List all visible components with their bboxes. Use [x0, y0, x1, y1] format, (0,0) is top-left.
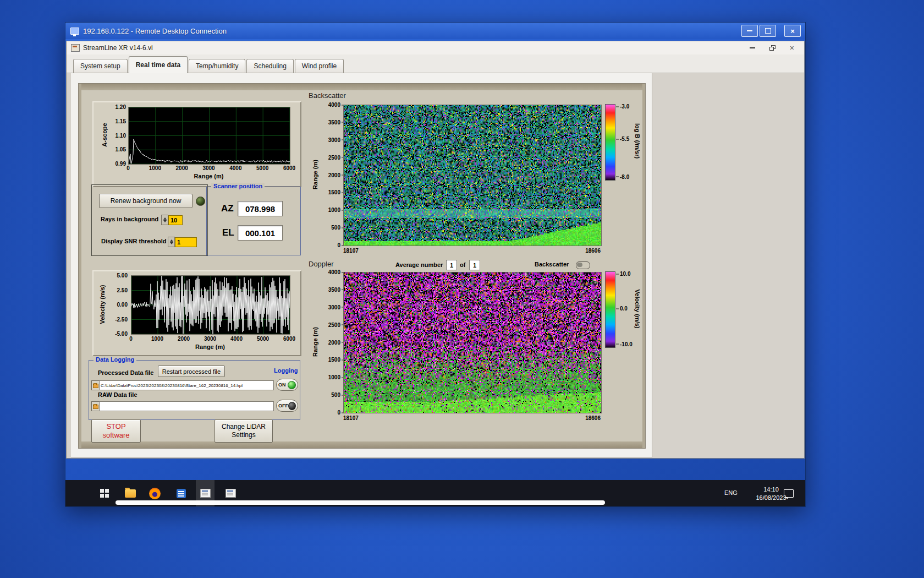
backscatter-toggle[interactable] [576, 261, 590, 269]
tick-label: 500 [331, 225, 340, 231]
led-off-icon [288, 402, 296, 410]
toggle-knob [577, 263, 582, 267]
app-close-icon[interactable]: × [790, 44, 794, 52]
app-restore-icon[interactable] [769, 45, 776, 51]
led-on-icon [288, 381, 296, 389]
tick-label: 0 [127, 165, 130, 171]
tick-label: 4000 [328, 102, 340, 108]
blue-app-icon [177, 489, 186, 498]
velocity-axis-label: Velocity (m/s) [99, 285, 106, 324]
rays-value-field[interactable]: 10 [168, 215, 183, 225]
raw-path-field[interactable] [99, 401, 274, 411]
logging-on-switch[interactable]: ON [276, 379, 298, 391]
decrement-icon[interactable] [170, 242, 173, 244]
increment-icon[interactable] [163, 217, 167, 220]
change-line2: Settings [232, 431, 255, 439]
tick-label: 0 [129, 336, 133, 342]
el-value-field[interactable]: 000.101 [238, 225, 283, 241]
tab-wind-profile[interactable]: Wind profile [295, 59, 344, 73]
tab-real-time-data[interactable]: Real time data [129, 56, 188, 73]
doppler-x-end: 18606 [585, 415, 601, 421]
tick-label: -2.50 [115, 316, 128, 322]
average-number-field[interactable]: 1 [446, 260, 457, 270]
doppler-y-ticks: 40003500300025002000150010005000 [321, 272, 342, 412]
change-lidar-settings-button[interactable]: Change LiDAR Settings [215, 419, 273, 443]
tab-scheduling[interactable]: Scheduling [246, 59, 293, 73]
backscatter-x-end: 18606 [585, 248, 601, 254]
colorbar-tick-label: 0.0 [620, 306, 628, 312]
restart-processed-file-button[interactable]: Restart processed file [158, 366, 225, 377]
az-value-field[interactable]: 078.998 [238, 201, 283, 216]
backscatter-y-ticks: 40003500300025002000150010005000 [321, 105, 342, 245]
tick-label: 4000 [328, 269, 340, 275]
app-minimize-icon[interactable] [750, 47, 755, 48]
ascope-y-ticks: 1.201.151.101.050.99 [109, 107, 127, 163]
action-center-button[interactable] [780, 480, 797, 506]
front-panel: A-scope 1.201.151.101.050.99 01000200030… [71, 73, 652, 458]
doppler-heatmap-canvas [344, 272, 601, 413]
tick-label: 2000 [328, 172, 340, 178]
language-indicator[interactable]: ENG [724, 489, 738, 496]
tick-label: 5.00 [117, 272, 128, 279]
raw-path-browse-button[interactable] [91, 401, 100, 411]
rdp-minimize-button[interactable] [741, 25, 758, 37]
horizontal-scrollbar-thumb[interactable] [116, 500, 605, 505]
tick-label: 6000 [283, 336, 295, 342]
remote-desktop-icon [70, 28, 79, 35]
app-titlebar[interactable]: StreamLine XR v14-6.vi × [67, 41, 804, 55]
doppler-y-axis-label: Range (m) [312, 327, 318, 357]
tick-label: 3000 [204, 336, 216, 342]
tick-label: 1000 [151, 336, 163, 342]
raw-data-file-label: RAW Data file [98, 391, 138, 398]
processed-path-field[interactable]: C:\Lidar\Data\Proc\2023\202308\20230816\… [99, 380, 274, 390]
ascope-plot [128, 107, 290, 165]
tick-label: 1500 [328, 189, 340, 195]
renew-background-button[interactable]: Renew background now [99, 194, 193, 208]
decrement-icon[interactable] [163, 220, 167, 222]
scanner-position-title: Scanner position [211, 183, 265, 189]
snr-spinner[interactable] [168, 237, 175, 247]
tick-label: 1000 [149, 165, 161, 171]
backscatter-heatmap [343, 105, 602, 246]
tick-label: 0 [337, 410, 340, 416]
tick-label: 2000 [178, 336, 190, 342]
scan-scheduler-icon [200, 489, 211, 498]
tick-label: 4000 [230, 336, 243, 342]
snr-value-field[interactable]: 1 [175, 237, 197, 247]
firefox-icon [149, 488, 161, 499]
rays-spinner[interactable] [161, 215, 168, 225]
doppler-heatmap [343, 272, 602, 413]
logging-off-switch[interactable]: OFF [276, 400, 298, 412]
tab-temp-humidity[interactable]: Temp/humidity [189, 59, 245, 73]
processed-data-file-label: Processed Data file [98, 369, 154, 376]
close-icon: × [790, 28, 795, 35]
tick-label: 1000 [328, 207, 340, 213]
backscatter-y-axis-label: Range (m) [312, 160, 318, 189]
stop-line1: STOP [106, 422, 125, 431]
increment-icon[interactable] [170, 239, 173, 242]
tick-label: 0 [337, 242, 340, 248]
start-button[interactable] [96, 480, 113, 506]
rdp-titlebar[interactable]: 192.168.0.122 - Remote Desktop Connectio… [65, 23, 805, 39]
average-count-field[interactable]: 1 [469, 260, 480, 270]
stop-software-button[interactable]: STOP software [91, 419, 141, 443]
velocity-graph: Velocity (m/s) 5.002.500.00-2.50-5.00 01… [92, 270, 301, 356]
doppler-x-axis: 18107 18606 [343, 415, 601, 422]
stop-line2: software [102, 431, 129, 440]
average-number-label: Average number [395, 261, 443, 268]
scanner-position-group: Scanner position AZ 078.998 EL 000.101 [206, 187, 301, 255]
backscatter-heatmap-canvas [344, 105, 601, 246]
doppler-colorbar-label: Velocity (m/s) [634, 290, 641, 329]
processed-path-browse-button[interactable] [91, 380, 100, 390]
streamline-window: StreamLine XR v14-6.vi × System setupRea… [66, 41, 805, 459]
minimize-icon [747, 30, 752, 31]
logging-label: Logging [274, 367, 298, 374]
rdp-maximize-button[interactable] [760, 25, 776, 37]
tick-label: 1.20 [116, 104, 126, 110]
velocity-x-axis-label: Range (m) [131, 343, 289, 350]
rdp-close-button[interactable]: × [784, 25, 801, 37]
tab-system-setup[interactable]: System setup [73, 59, 128, 73]
el-label: EL [222, 227, 234, 238]
doppler-x-start: 18107 [343, 415, 359, 421]
tick-label: 1.15 [116, 118, 126, 124]
